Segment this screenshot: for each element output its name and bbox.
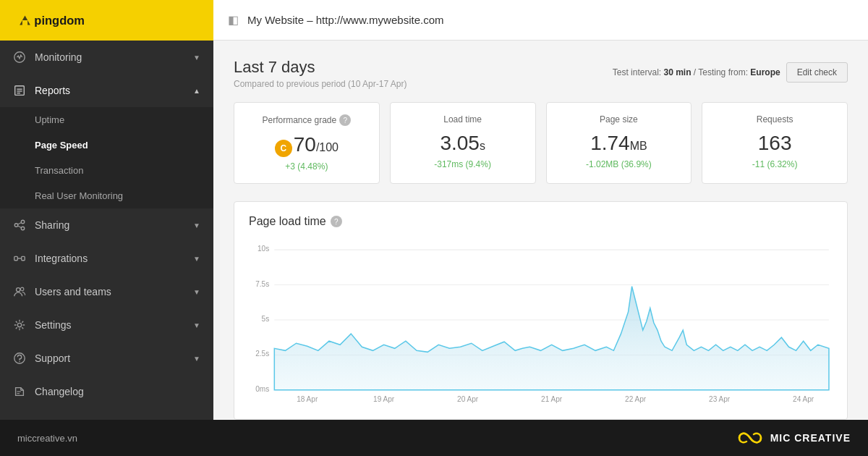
metric-card-loadtime: Load time 3.05s -317ms (9.4%) xyxy=(390,102,536,184)
page-title: Last 7 days xyxy=(234,58,407,77)
sidebar-item-sharing[interactable]: Sharing ▼ xyxy=(0,208,213,242)
sharing-icon xyxy=(13,219,26,232)
edit-check-button[interactable]: Edit check xyxy=(786,62,848,83)
sidebar-item-users-teams[interactable]: Users and teams ▼ xyxy=(0,275,213,308)
sidebar-subitem-real-user-monitoring[interactable]: Real User Monitoring xyxy=(0,183,213,208)
performance-suffix: /100 xyxy=(316,141,339,153)
loadtime-label: Load time xyxy=(404,114,522,124)
pagesize-delta: -1.02MB (36.9%) xyxy=(560,159,678,169)
pagesize-label: Page size xyxy=(560,114,678,124)
performance-info-icon[interactable]: ? xyxy=(339,114,351,126)
svg-text:0ms: 0ms xyxy=(255,385,269,393)
svg-point-16 xyxy=(17,323,21,326)
svg-point-18 xyxy=(19,361,20,362)
sidebar-item-settings[interactable]: Settings ▼ xyxy=(0,308,213,342)
svg-line-10 xyxy=(18,226,22,227)
sidebar-item-reports-label: Reports xyxy=(35,85,70,96)
sidebar-item-monitoring-label: Monitoring xyxy=(35,51,82,63)
svg-point-15 xyxy=(20,287,23,291)
svg-point-7 xyxy=(14,224,18,227)
settings-chevron: ▼ xyxy=(193,321,200,329)
chart-section: Page load time ? 10s 7.5s 5s 2.5s 0ms xyxy=(234,201,848,420)
sidebar-item-support-label: Support xyxy=(35,352,70,364)
sidebar-subitem-transaction[interactable]: Transaction xyxy=(0,158,213,183)
pagesize-suffix: MB xyxy=(630,140,647,152)
footer-logo-area: MIC CREATIVE xyxy=(736,429,851,447)
chart-info-icon[interactable]: ? xyxy=(331,216,342,227)
performance-delta: +3 (4.48%) xyxy=(247,161,366,172)
svg-text:5s: 5s xyxy=(262,315,270,323)
sidebar-subitem-page-speed[interactable]: Page Speed xyxy=(0,132,213,158)
sidebar: pingdom Monitoring ▼ Reports ▲ U xyxy=(0,0,213,420)
performance-value: C70/100 xyxy=(247,133,366,157)
chart-container: 10s 7.5s 5s 2.5s 0ms xyxy=(249,240,833,406)
svg-rect-12 xyxy=(22,256,25,260)
expand-icon[interactable]: ◧ xyxy=(228,13,239,27)
page-url: My Website – http://www.mywebsite.com xyxy=(247,14,443,26)
svg-text:7.5s: 7.5s xyxy=(255,280,269,288)
svg-text:10s: 10s xyxy=(258,245,269,253)
performance-label: Performance grade ? xyxy=(247,114,366,126)
monitoring-icon xyxy=(13,51,26,64)
test-info: Test interval: 30 min / Testing from: Eu… xyxy=(613,67,780,77)
pagesize-value: 1.74MB xyxy=(560,132,678,155)
settings-icon xyxy=(13,318,26,332)
svg-text:pingdom: pingdom xyxy=(34,14,85,27)
users-icon xyxy=(13,285,26,298)
support-icon xyxy=(13,352,26,365)
sidebar-item-monitoring[interactable]: Monitoring ▼ xyxy=(0,41,213,74)
reports-submenu: Uptime Page Speed Transaction Real User … xyxy=(0,107,213,208)
requests-value: 163 xyxy=(715,132,834,155)
changelog-icon xyxy=(13,385,26,398)
sidebar-item-integrations[interactable]: Integrations ▼ xyxy=(0,242,213,275)
svg-point-6 xyxy=(21,220,25,224)
content-area: ◧ My Website – http://www.mywebsite.com … xyxy=(213,0,868,420)
metric-card-pagesize: Page size 1.74MB -1.02MB (36.9%) xyxy=(546,102,692,184)
integrations-icon xyxy=(13,252,26,265)
sidebar-item-reports[interactable]: Reports ▲ xyxy=(0,74,213,107)
loadtime-suffix: s xyxy=(480,140,485,152)
svg-text:2.5s: 2.5s xyxy=(255,350,269,358)
svg-point-14 xyxy=(17,288,20,292)
svg-text:18 Apr: 18 Apr xyxy=(297,395,318,403)
grade-circle: C xyxy=(275,140,292,157)
users-chevron: ▼ xyxy=(193,288,200,296)
loadtime-value: 3.05s xyxy=(404,132,522,155)
comparison-subtitle: Compared to previous period (10 Apr-17 A… xyxy=(234,79,407,89)
svg-text:24 Apr: 24 Apr xyxy=(793,395,814,403)
support-chevron: ▼ xyxy=(193,355,200,363)
reports-icon xyxy=(13,84,26,97)
requests-delta: -11 (6.32%) xyxy=(715,159,834,169)
sharing-chevron: ▼ xyxy=(193,221,200,229)
svg-text:19 Apr: 19 Apr xyxy=(373,395,395,403)
chart-title: Page load time ? xyxy=(249,215,833,228)
footer-brand-name: MIC CREATIVE xyxy=(770,432,851,444)
sidebar-item-support[interactable]: Support ▼ xyxy=(0,342,213,375)
svg-rect-11 xyxy=(14,256,18,260)
main-content: Last 7 days Compared to previous period … xyxy=(213,41,868,420)
metric-card-performance: Performance grade ? C70/100 +3 (4.48%) xyxy=(234,102,380,184)
sidebar-item-changelog[interactable]: Changelog xyxy=(0,375,213,408)
svg-rect-2 xyxy=(15,86,25,96)
sidebar-item-integrations-label: Integrations xyxy=(35,253,88,264)
reports-chevron: ▲ xyxy=(193,87,200,95)
metric-card-requests: Requests 163 -11 (6.32%) xyxy=(702,102,848,184)
footer-url: miccreative.vn xyxy=(17,433,77,444)
sidebar-subitem-uptime[interactable]: Uptime xyxy=(0,107,213,132)
svg-text:23 Apr: 23 Apr xyxy=(709,395,731,403)
topbar: ◧ My Website – http://www.mywebsite.com xyxy=(213,0,868,41)
test-interval: 30 min xyxy=(663,67,691,77)
loadtime-delta: -317ms (9.4%) xyxy=(404,159,522,169)
integrations-chevron: ▼ xyxy=(193,255,200,263)
test-from: Europe xyxy=(750,67,780,77)
monitoring-chevron: ▼ xyxy=(193,54,200,62)
sidebar-item-settings-label: Settings xyxy=(35,319,72,331)
mic-creative-logo-icon xyxy=(736,429,765,447)
sidebar-item-users-label: Users and teams xyxy=(35,286,111,297)
svg-text:20 Apr: 20 Apr xyxy=(457,395,479,403)
chart-area xyxy=(274,287,829,390)
sidebar-nav: Monitoring ▼ Reports ▲ Uptime Page Speed… xyxy=(0,41,213,420)
svg-text:21 Apr: 21 Apr xyxy=(541,395,563,403)
page-load-chart: 10s 7.5s 5s 2.5s 0ms xyxy=(249,240,833,406)
svg-point-8 xyxy=(21,227,25,230)
